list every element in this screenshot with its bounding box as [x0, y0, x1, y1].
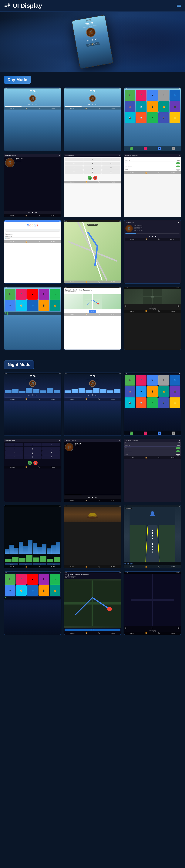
- nm2-play[interactable]: ⏸: [91, 394, 93, 396]
- app2-orange[interactable]: 📱: [38, 300, 49, 311]
- next-icon[interactable]: ⏭: [95, 38, 97, 41]
- bt-music-close[interactable]: ✕: [59, 155, 60, 156]
- nkey-4[interactable]: 4: [5, 447, 23, 451]
- auto-connect-toggle[interactable]: [176, 165, 180, 167]
- nav-up-btn[interactable]: ↗: [127, 563, 129, 564]
- eq-btn-4[interactable]: VOL: [47, 563, 60, 565]
- app2-bt[interactable]: 🔵: [27, 300, 38, 311]
- key-9[interactable]: 9: [102, 166, 120, 170]
- napp2-spotify[interactable]: ♪: [50, 574, 60, 585]
- app-amber[interactable]: ⭐: [169, 112, 180, 123]
- nm2-next[interactable]: ⏭: [95, 394, 97, 396]
- app-phone[interactable]: 📞: [125, 90, 135, 101]
- app-purple[interactable]: 🎬: [169, 101, 180, 112]
- napp-telegram[interactable]: ✈: [136, 386, 147, 397]
- local-file-2[interactable]: 华乐_219BE.mp3: [134, 226, 180, 228]
- local-file-3[interactable]: 华乐_219BE.mp3: [134, 228, 180, 230]
- app-radio[interactable]: 📡: [136, 112, 147, 123]
- bt-settings-close[interactable]: ✕: [179, 155, 180, 156]
- napp2-youtube[interactable]: ▶: [27, 574, 38, 585]
- dock-music[interactable]: 🎵: [144, 147, 147, 150]
- np-next[interactable]: ⏭: [178, 305, 180, 307]
- local-music-close[interactable]: ✕: [178, 222, 179, 223]
- app2-waze[interactable]: 🧭: [16, 300, 27, 311]
- nm1-play[interactable]: ⏸: [32, 394, 33, 396]
- app-orange[interactable]: 📱: [147, 101, 158, 112]
- napp-phone[interactable]: 📞: [125, 375, 135, 386]
- nm1-prev[interactable]: ⏮: [28, 394, 30, 396]
- key-1[interactable]: 1: [65, 158, 83, 161]
- auto-answer-toggle[interactable]: [176, 162, 180, 164]
- night-go-btn[interactable]: GO: [64, 628, 120, 631]
- nkey-5[interactable]: 5: [24, 447, 42, 451]
- nnp-prev[interactable]: ⏮: [125, 627, 127, 629]
- d1-play[interactable]: ⏸: [32, 103, 33, 105]
- napp-bt[interactable]: 🔵: [169, 375, 180, 386]
- bt-play[interactable]: ▶: [32, 211, 33, 213]
- d2-next[interactable]: ⏭: [95, 103, 97, 105]
- nnp-play[interactable]: ▶: [152, 627, 153, 629]
- nav-right-btn[interactable]: →: [130, 563, 133, 564]
- app2-phone[interactable]: 📞: [5, 289, 16, 300]
- hamburger-icon[interactable]: [177, 3, 181, 9]
- key-4[interactable]: 4: [65, 162, 83, 165]
- dock-maps[interactable]: 🗺: [158, 147, 161, 150]
- nbtm-play[interactable]: ▶: [92, 496, 93, 498]
- nbt-call-close[interactable]: ✕: [59, 439, 60, 441]
- local-file-1[interactable]: 华乐_219BE.mp3: [134, 225, 180, 226]
- napp2-maps[interactable]: 🗺: [5, 585, 16, 596]
- d2-prev[interactable]: ⏮: [88, 103, 90, 105]
- napp-teal[interactable]: 📻: [158, 386, 169, 397]
- dock-phone[interactable]: 📞: [130, 147, 133, 150]
- napp-cyan[interactable]: 📷: [125, 397, 135, 408]
- eq-btn-1[interactable]: BASS: [5, 563, 18, 565]
- ndock-maps[interactable]: 🗺: [158, 432, 161, 435]
- nkey-3[interactable]: 3: [42, 443, 60, 446]
- napp-indigo[interactable]: 📱: [158, 397, 169, 408]
- local-file-4[interactable]: 华乐_YHERE.mp3: [134, 230, 180, 231]
- nbt-music-close[interactable]: ✕: [119, 439, 120, 441]
- napp2-bt[interactable]: 🔵: [27, 585, 38, 596]
- app2-podcast[interactable]: 🎙: [38, 289, 49, 300]
- key-8[interactable]: 8: [83, 166, 101, 170]
- key-3[interactable]: 3: [102, 158, 120, 161]
- nkey-1[interactable]: 1: [5, 443, 23, 446]
- menu-icon[interactable]: [4, 2, 10, 9]
- d1-next[interactable]: ⏭: [35, 103, 36, 105]
- nsettings-auto-connect-toggle[interactable]: [176, 451, 180, 452]
- napp2-phone[interactable]: 📞: [5, 574, 16, 585]
- eq-btn-3[interactable]: TRE: [33, 563, 47, 565]
- nkey-2[interactable]: 2: [24, 443, 42, 446]
- nkey-9[interactable]: 9: [42, 451, 60, 455]
- bt-call-close[interactable]: ✕: [119, 155, 120, 156]
- app-music[interactable]: 🎵: [136, 90, 147, 101]
- ndock-phone[interactable]: 📞: [130, 432, 133, 435]
- google-search-bar[interactable]: [5, 229, 60, 231]
- nsettings-flower-toggle[interactable]: [176, 454, 180, 456]
- napp-music[interactable]: 🎵: [136, 375, 147, 386]
- napp-amber[interactable]: ⭐: [169, 397, 180, 408]
- nav-turn-btn[interactable]: ↑: [125, 563, 127, 564]
- suggestion-2[interactable]: 🔍 news today: [5, 235, 60, 238]
- app2-teal[interactable]: 📻: [50, 300, 60, 311]
- key-0[interactable]: 0: [83, 170, 101, 174]
- app-wifi[interactable]: 📡: [136, 101, 147, 112]
- ndock-music[interactable]: 🎵: [144, 432, 147, 435]
- lm-next[interactable]: ⏭: [155, 235, 157, 237]
- napp-purple[interactable]: 🎬: [169, 386, 180, 397]
- lm-prev[interactable]: ⏮: [148, 235, 150, 237]
- d2-play[interactable]: ⏸: [91, 103, 93, 105]
- napp2-orange[interactable]: 📱: [38, 585, 49, 596]
- ndock-settings[interactable]: ⚙: [172, 432, 175, 435]
- nkey-hash[interactable]: #: [42, 455, 60, 459]
- np-play[interactable]: ▶: [152, 305, 153, 307]
- app2-youtube[interactable]: ▶: [27, 289, 38, 300]
- app-settings[interactable]: ⚙: [158, 90, 169, 101]
- app-spotify[interactable]: ♪: [147, 112, 158, 123]
- bt-prev[interactable]: ⏮: [28, 211, 30, 213]
- app2-spotify[interactable]: ♪: [50, 289, 60, 300]
- app-indigo[interactable]: 📱: [158, 112, 169, 123]
- nend-call-button[interactable]: 📵: [33, 461, 37, 465]
- nm2-prev[interactable]: ⏮: [88, 394, 90, 396]
- bt-next[interactable]: ⏭: [35, 211, 37, 213]
